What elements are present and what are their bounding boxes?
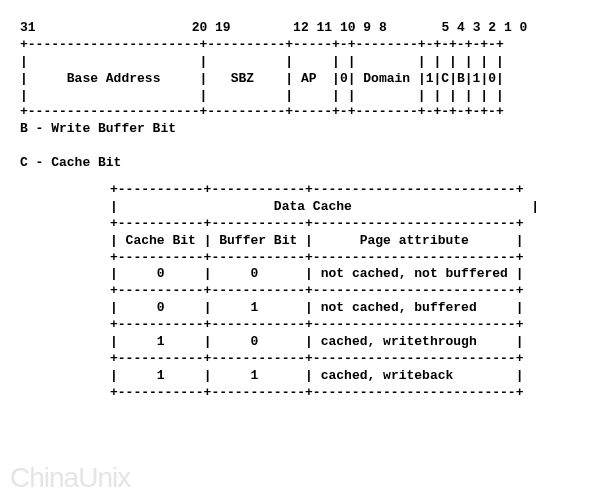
bit-12: 12 <box>293 20 309 35</box>
row3-b: 1 <box>250 368 258 383</box>
bit-diagram: 31 20 19 12 11 10 9 8 5 4 3 2 1 0 +-----… <box>20 20 592 121</box>
bit-10: 10 <box>340 20 356 35</box>
bit-5: 5 <box>441 20 449 35</box>
bit-31: 31 <box>20 20 36 35</box>
row2-a: cached, writethrough <box>321 334 477 349</box>
watermark: ChinaUnix <box>10 462 130 494</box>
legend-c: C - Cache Bit <box>20 155 121 170</box>
bit-9: 9 <box>363 20 371 35</box>
field-base: Base Address <box>67 71 161 86</box>
field-c: C <box>441 71 449 86</box>
row3-a: cached, writeback <box>321 368 454 383</box>
bit-8: 8 <box>379 20 387 35</box>
bit-3: 3 <box>473 20 481 35</box>
bit-11: 11 <box>317 20 333 35</box>
field-b1v: 1 <box>473 71 481 86</box>
bit-20: 20 <box>192 20 208 35</box>
row1-b: 1 <box>250 300 258 315</box>
th-buffer: Buffer Bit <box>219 233 297 248</box>
field-sbz: SBZ <box>231 71 254 86</box>
row1-a: not cached, buffered <box>321 300 477 315</box>
bit-19: 19 <box>215 20 231 35</box>
row2-c: 1 <box>157 334 165 349</box>
row3-c: 1 <box>157 368 165 383</box>
row2-b: 0 <box>250 334 258 349</box>
legend-b: B - Write Buffer Bit <box>20 121 176 136</box>
row0-a: not cached, not buffered <box>321 266 508 281</box>
field-zero9: 0 <box>340 71 348 86</box>
bit-2: 2 <box>488 20 496 35</box>
bit-0: 0 <box>520 20 528 35</box>
row0-b: 0 <box>250 266 258 281</box>
field-b: B <box>457 71 465 86</box>
th-attr: Page attribute <box>360 233 469 248</box>
field-b4v: 1 <box>426 71 434 86</box>
row1-c: 0 <box>157 300 165 315</box>
row0-c: 0 <box>157 266 165 281</box>
table-title: Data Cache <box>274 199 352 214</box>
field-ap: AP <box>301 71 317 86</box>
field-b0v: 0 <box>488 71 496 86</box>
field-domain: Domain <box>363 71 410 86</box>
th-cache: Cache Bit <box>126 233 196 248</box>
bit-1: 1 <box>504 20 512 35</box>
bit-4: 4 <box>457 20 465 35</box>
data-cache-table: +-----------+------------+--------------… <box>110 182 592 402</box>
legend: B - Write Buffer Bit C - Cache Bit <box>20 121 592 172</box>
